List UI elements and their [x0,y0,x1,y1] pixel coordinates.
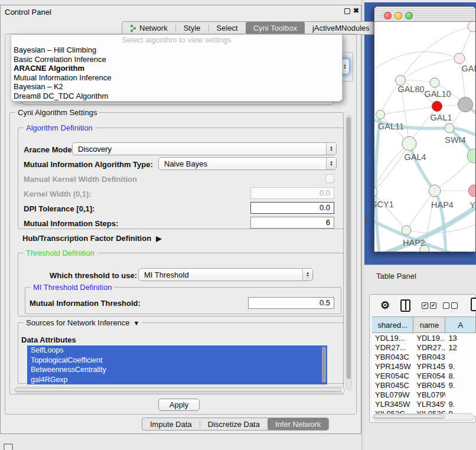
scrollbar-thumb[interactable] [347,117,351,379]
table-row[interactable]: YLR345WYLR345W9. [372,399,476,409]
split-columns-icon[interactable] [400,299,410,312]
manual-kernel-checkbox[interactable] [325,174,334,183]
table-cell: 9. [445,362,476,371]
network-graph: GALGAL80GAL10GAL1GAL11SWI4GAL4GCY1HAP4YH… [374,22,475,252]
data-attributes-list: SelfLoopsTopologicalCoefficientBetweenne… [27,345,327,384]
node-label: HAP4 [431,200,454,210]
network-node-swi4[interactable] [467,149,475,163]
hide-columns-icon[interactable] [443,302,458,309]
node-label: GCY1 [374,200,394,209]
table-row[interactable]: YDL19...YDL19...13 [372,333,476,343]
table-horizontal-scrollbar[interactable] [373,413,474,420]
which-threshold-value: MI Threshold [144,270,189,279]
stepper-icon: ▲▼ [302,269,312,281]
algorithm-option[interactable]: Dream8 DC_TDC Algorithm [11,92,342,101]
tab-label: Style [184,24,201,32]
mi-threshold-group-title: MI Threshold Definition [31,283,114,292]
table-cell: YBR043C [413,353,445,361]
tab-style[interactable]: Style [176,22,208,34]
window-zoom-button[interactable] [405,12,413,19]
table-row[interactable]: YPR145WYPR145W9. [372,361,476,371]
data-attribute-option[interactable]: BetweennessCentrality [27,365,327,375]
table-row[interactable]: YBR045CYBR045C9. [372,380,476,390]
node-table: shared...nameA YDL19...YDL19...13YDR27..… [372,317,476,416]
network-node-gal80[interactable] [396,76,406,86]
scrollbar-thumb[interactable] [15,388,342,392]
tab-select[interactable]: Select [209,22,246,34]
attribute-list-scrollbar[interactable] [322,347,326,383]
network-node-gal11[interactable] [376,110,385,119]
network-node[interactable] [458,97,473,112]
show-columns-icon[interactable]: ✔✔ [422,302,436,309]
algorithm-option[interactable]: Bayesian – K2 [11,82,342,92]
table-row[interactable]: YER054CYER054C8. [372,371,476,380]
algorithm-dropdown-popup: Select algorithm to view settings Bayesi… [11,34,343,102]
network-node-gal10[interactable] [430,78,439,87]
tab-impute-data[interactable]: Impute Data [142,418,200,430]
network-node-y[interactable] [468,185,475,197]
network-node-gal4[interactable] [402,136,416,151]
network-node-hap2[interactable] [402,226,411,235]
network-window-titlebar[interactable] [374,6,475,22]
mi-type-value: Naive Bayes [164,159,207,168]
algorithm-option[interactable]: Basic Correlation Inference [11,55,342,64]
table-cell: YDR27... [413,343,445,352]
table-cell: YDR27... [372,343,413,352]
network-node[interactable] [445,123,454,133]
table-cell: 9. [445,381,476,390]
tab-cyni-toolbox[interactable]: Cyni Toolbox [246,22,305,34]
network-canvas[interactable]: GALGAL80GAL10GAL1GAL11SWI4GAL4GCY1HAP4YH… [374,22,475,252]
column-header-shared-[interactable]: shared... [372,317,413,332]
cyni-bottom-tabbar: Impute DataDiscretize DataInfer Network [142,418,329,431]
network-edge [435,156,474,191]
which-threshold-select[interactable]: MI Threshold ▲▼ [138,268,313,281]
mi-type-select[interactable]: Naive Bayes ▲▼ [158,157,337,170]
gear-icon[interactable]: ⚙ [380,299,390,312]
mi-steps-field[interactable]: 6 [250,217,334,229]
algorithm-option[interactable]: Mutual Information Inference [11,73,342,83]
minimized-panel-icon[interactable] [4,444,13,450]
table-row[interactable]: YBR043CYBR043C [372,352,476,361]
node-label: HAP2 [403,238,425,247]
mi-threshold-field[interactable]: 0.5 [248,297,334,309]
apply-button[interactable]: Apply [158,399,200,411]
new-table-icon[interactable] [471,298,476,311]
algorithm-option[interactable]: Bayesian – Hill Climbing [11,45,342,55]
hub-definition-expander[interactable]: Hub/Transcription Factor Definition▶ [22,234,161,243]
table-row[interactable]: YBL079WYBL079W [372,390,476,399]
network-node[interactable] [468,22,475,32]
table-cell: YER054C [372,371,413,380]
column-header-name[interactable]: name [413,317,445,332]
close-panel-button[interactable]: ✖ [353,6,359,15]
table-row[interactable]: YDR27...YDR27...12 [372,343,476,352]
tab-network[interactable]: Network [122,22,175,34]
network-node-gal1[interactable] [432,102,442,112]
tab-discretize-data[interactable]: Discretize Data [200,418,268,430]
table-cell: YBR043C [372,353,413,361]
dpi-tolerance-field[interactable]: 0.0 [250,202,334,214]
tab-label: Network [139,24,168,32]
tab-label: Select [217,24,238,32]
algorithm-option[interactable]: ARACNE Algorithm [11,64,342,73]
sources-group-title[interactable]: Sources for Network Inference▼ [24,318,142,327]
data-attribute-option[interactable]: SelfLoops [27,345,327,356]
node-label: GAL10 [424,89,451,99]
window-minimize-button[interactable] [395,12,402,19]
window-close-button[interactable] [384,12,392,19]
tab-jactivemnodules[interactable]: jActiveMNodules [305,22,377,34]
column-header-a[interactable]: A [445,317,476,332]
kernel-width-field[interactable]: 0.0 [250,187,334,199]
data-attribute-option[interactable]: TopologicalCoefficient [27,356,327,366]
network-node-hap4[interactable] [429,185,441,197]
aracne-mode-select[interactable]: Discovery ▲▼ [72,142,337,155]
settings-vertical-scrollbar[interactable] [345,115,352,390]
tab-infer-network[interactable]: Infer Network [268,418,328,430]
node-label: GAL11 [378,122,404,131]
scrollbar-thumb[interactable] [374,415,445,419]
splitter-collapse-icon[interactable] [365,219,368,224]
network-icon [130,24,136,32]
network-node-gal[interactable] [454,53,465,64]
float-window-button[interactable] [344,8,350,14]
data-attribute-option[interactable]: gal4RGexp [27,375,327,385]
settings-horizontal-scrollbar[interactable] [14,387,345,393]
